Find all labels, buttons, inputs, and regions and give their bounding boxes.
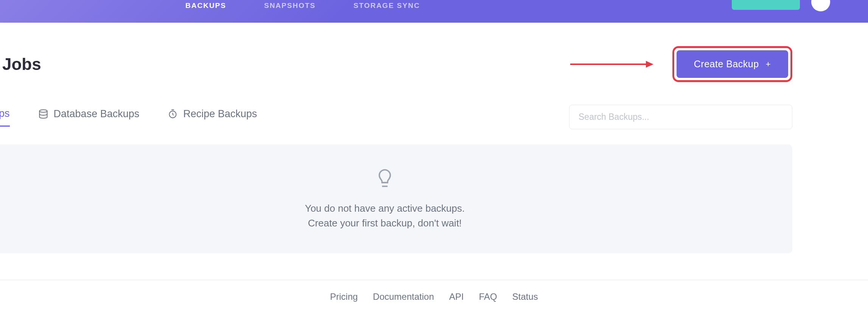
- top-nav: BACKUPS SNAPSHOTS STORAGE SYNC: [0, 0, 868, 23]
- search-input[interactable]: [569, 105, 792, 129]
- page-title: up Jobs: [0, 55, 41, 74]
- plus-icon: +: [766, 59, 771, 69]
- footer: Pricing Documentation API FAQ Status: [0, 280, 868, 302]
- svg-point-2: [39, 110, 47, 112]
- tab-database-backups[interactable]: Database Backups: [38, 108, 140, 127]
- recipe-icon: [168, 109, 178, 119]
- footer-link-status[interactable]: Status: [512, 291, 538, 302]
- tab-backups[interactable]: ackups: [0, 108, 10, 127]
- nav-item-backups[interactable]: BACKUPS: [185, 0, 226, 10]
- footer-link-api[interactable]: API: [449, 291, 464, 302]
- empty-line2: Create your first backup, don't wait!: [0, 216, 777, 231]
- database-icon: [38, 109, 48, 119]
- nav-action-button[interactable]: [732, 0, 800, 10]
- tab-label: Database Backups: [54, 108, 140, 120]
- tab-label: ackups: [0, 108, 10, 119]
- footer-link-pricing[interactable]: Pricing: [330, 291, 358, 302]
- footer-link-documentation[interactable]: Documentation: [373, 291, 434, 302]
- tabs-row: ackups Database Backups Recipe Backups: [0, 105, 868, 129]
- empty-state: You do not have any active backups. Crea…: [0, 144, 792, 253]
- svg-marker-1: [646, 61, 653, 68]
- page-header: up Jobs Create Backup +: [0, 23, 868, 97]
- create-button-highlight: Create Backup +: [672, 46, 792, 82]
- nav-item-snapshots[interactable]: SNAPSHOTS: [264, 0, 316, 10]
- nav-left: BACKUPS SNAPSHOTS STORAGE SYNC: [185, 0, 420, 10]
- tab-recipe-backups[interactable]: Recipe Backups: [168, 108, 257, 127]
- footer-link-faq[interactable]: FAQ: [479, 291, 497, 302]
- empty-line1: You do not have any active backups.: [0, 201, 777, 216]
- nav-right: [732, 0, 830, 11]
- bulb-icon: [374, 167, 396, 191]
- avatar[interactable]: [811, 0, 830, 11]
- nav-item-storage-sync[interactable]: STORAGE SYNC: [353, 0, 420, 10]
- tabs: ackups Database Backups Recipe Backups: [0, 108, 257, 127]
- arrow-annotation: [570, 59, 653, 70]
- tab-label: Recipe Backups: [183, 108, 257, 120]
- create-button-label: Create Backup: [694, 59, 759, 70]
- create-backup-button[interactable]: Create Backup +: [677, 50, 788, 78]
